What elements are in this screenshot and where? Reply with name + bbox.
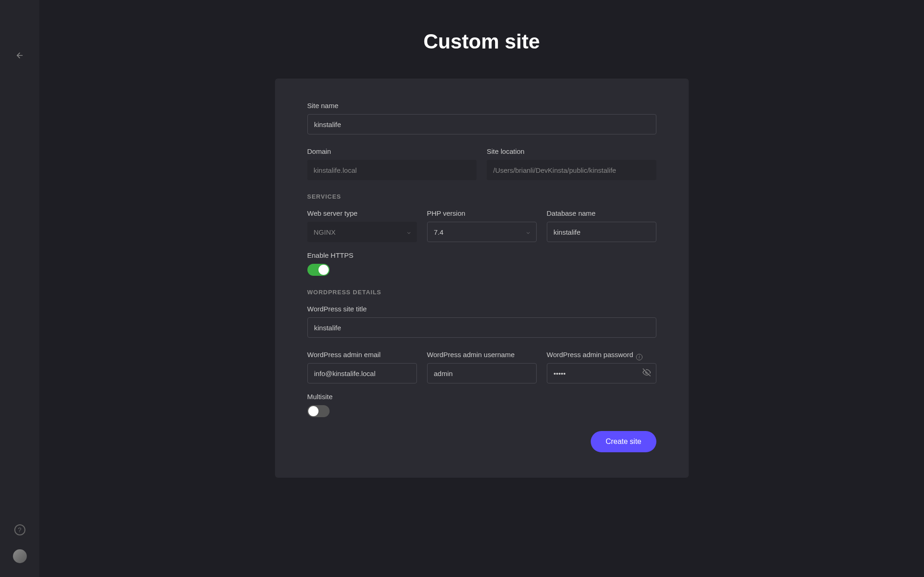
wp-site-title-label: WordPress site title — [307, 305, 656, 313]
database-name-label: Database name — [547, 209, 656, 217]
php-version-label: PHP version — [427, 209, 537, 217]
site-location-input — [487, 160, 656, 180]
toggle-knob — [318, 265, 329, 275]
domain-label: Domain — [307, 147, 477, 155]
domain-input — [307, 160, 477, 180]
form-card: Site name Domain Site location SERVICES … — [275, 79, 689, 478]
help-icon[interactable]: ? — [14, 524, 25, 535]
database-name-input[interactable] — [547, 222, 656, 242]
sidebar: ? — [0, 0, 39, 577]
wp-admin-password-label: WordPress admin password — [547, 351, 633, 358]
web-server-type-label: Web server type — [307, 209, 417, 217]
create-site-button[interactable]: Create site — [591, 431, 656, 452]
chevron-down-icon: ⌵ — [407, 229, 410, 235]
info-icon[interactable]: i — [636, 354, 643, 360]
services-header: SERVICES — [307, 193, 656, 200]
chevron-down-icon: ⌵ — [526, 229, 530, 235]
multisite-label: Multisite — [307, 393, 656, 401]
avatar[interactable] — [13, 549, 27, 563]
page-title: Custom site — [423, 30, 540, 53]
main-content: Custom site Site name Domain Site locati… — [39, 0, 924, 577]
web-server-type-select: NGINX ⌵ — [307, 222, 417, 242]
eye-off-icon[interactable] — [643, 368, 651, 378]
toggle-knob — [308, 406, 318, 416]
multisite-toggle[interactable] — [307, 405, 330, 417]
wp-site-title-input[interactable] — [307, 317, 656, 338]
enable-https-label: Enable HTTPS — [307, 251, 656, 259]
site-name-label: Site name — [307, 102, 656, 109]
wp-admin-username-input[interactable] — [427, 363, 537, 383]
enable-https-toggle[interactable] — [307, 264, 330, 276]
wp-admin-username-label: WordPress admin username — [427, 351, 537, 358]
wp-admin-email-input[interactable] — [307, 363, 417, 383]
wp-admin-password-input[interactable] — [547, 363, 656, 383]
arrow-left-icon — [15, 51, 24, 60]
back-button[interactable] — [11, 46, 29, 65]
site-name-input[interactable] — [307, 114, 656, 134]
site-location-label: Site location — [487, 147, 656, 155]
web-server-type-value: NGINX — [314, 228, 336, 236]
wp-admin-email-label: WordPress admin email — [307, 351, 417, 358]
php-version-value: 7.4 — [434, 228, 444, 236]
php-version-select[interactable]: 7.4 ⌵ — [427, 222, 537, 242]
wordpress-header: WORDPRESS DETAILS — [307, 289, 656, 296]
